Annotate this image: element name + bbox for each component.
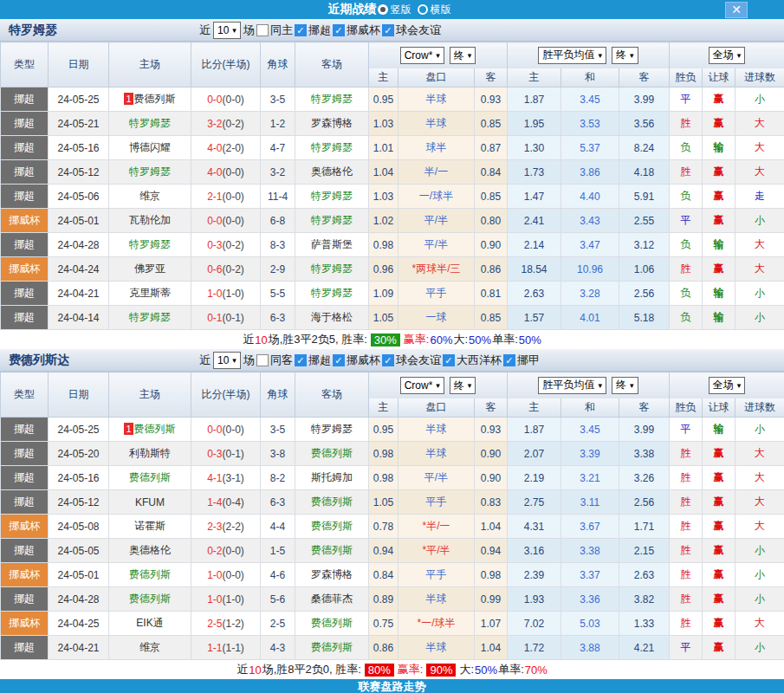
vertical-radio-label[interactable]: 竖版 [391, 3, 411, 17]
summary-segment: 80% [365, 664, 394, 677]
away-team-cell: 费德列斯 [295, 539, 369, 563]
league-filter-1-checkbox-icon[interactable]: ✓ [333, 354, 345, 366]
away-team-name: 特罗姆瑟 [311, 214, 353, 226]
league-filter-1[interactable]: ✓挪威杯 [331, 353, 380, 368]
halftime-score: (3-1) [223, 472, 244, 484]
score-cell: 1-1(1-1) [191, 636, 261, 660]
corner-cell: 5-6 [261, 587, 295, 612]
chevron-down-icon: ▾ [630, 381, 634, 390]
chevron-down-icon: ▾ [232, 356, 236, 365]
same-venue-filter-checkbox-icon[interactable] [256, 354, 269, 366]
league-filter-0-checkbox-icon[interactable]: ✓ [295, 24, 307, 36]
column-header-goals: 进球数 [735, 398, 784, 418]
fulltime-score: 1-0 [207, 288, 222, 300]
league-filter-3-checkbox-icon[interactable]: ✓ [443, 354, 455, 366]
type-cell: 挪威杯 [1, 563, 49, 587]
handicap-cell: 半/一 [398, 160, 475, 185]
league-filter-0[interactable]: ✓挪超 [293, 23, 331, 38]
final-select-euro[interactable]: 终▾ [612, 47, 638, 64]
score-cell: 2-5(1-2) [191, 612, 261, 636]
score-cell: 0-3(0-1) [191, 442, 261, 466]
fulltime-score: 4-1 [207, 472, 222, 484]
bookmaker-select[interactable]: Crow*▾ [400, 377, 444, 394]
match-count-select[interactable]: 10▾ [213, 352, 241, 369]
type-cell: 挪超 [1, 282, 49, 306]
type-cell: 挪超 [1, 136, 49, 160]
league-filter-0-checkbox-icon[interactable]: ✓ [295, 354, 307, 366]
euro-home-odds: 3.16 [508, 539, 561, 563]
final-select-euro[interactable]: 终▾ [612, 377, 638, 394]
date-cell: 24-05-01 [49, 209, 109, 233]
corner-cell: 3-5 [261, 87, 295, 112]
close-button[interactable]: ✕ [725, 2, 748, 18]
final-select-asian[interactable]: 终▾ [450, 377, 476, 394]
scope-select[interactable]: 全场▾ [709, 47, 746, 64]
avg-odds-select[interactable]: 胜平负均值▾ [538, 47, 606, 64]
score-cell: 1-0(1-0) [191, 587, 261, 612]
match-count-select[interactable]: 10▾ [213, 22, 241, 39]
league-filter-2-checkbox-icon[interactable]: ✓ [382, 24, 394, 36]
league-filter-2[interactable]: ✓球会友谊 [380, 23, 441, 38]
horizontal-radio-icon[interactable] [418, 4, 428, 15]
result-cell: 胜 [670, 257, 703, 282]
same-venue-filter[interactable]: 同客 [255, 353, 293, 368]
asian-home-odds: 0.86 [369, 636, 398, 660]
avg-odds-select[interactable]: 胜平负均值▾ [538, 377, 606, 394]
halftime-score: (0-1) [223, 448, 244, 460]
column-header-euro_home: 主 [508, 68, 561, 87]
corner-cell: 6-3 [261, 490, 295, 515]
score-cell: 0-3(0-2) [191, 233, 261, 257]
league-filter-2[interactable]: ✓球会友谊 [380, 353, 441, 368]
home-team-cell: 特罗姆瑟 [109, 233, 191, 257]
final-select-asian[interactable]: 终▾ [450, 47, 476, 64]
euro-draw-odds: 3.38 [561, 539, 619, 563]
home-team-name: 奥德格伦 [129, 544, 171, 556]
summary-segment: 50% [469, 334, 491, 346]
league-filter-0[interactable]: ✓挪超 [293, 353, 331, 368]
result-cell: 胜 [670, 563, 703, 587]
match-row: 挪超24-05-12KFUM1-4(0-4)6-3费德列斯1.05平手0.832… [1, 490, 784, 515]
league-filter-1[interactable]: ✓挪威杯 [331, 23, 380, 38]
match-row: 挪超24-05-251费德列斯0-0(0-0)3-5特罗姆瑟0.95半球0.93… [1, 87, 784, 112]
final-select-asian-value: 终 [454, 379, 464, 393]
league-filter-1-checkbox-icon[interactable]: ✓ [333, 24, 345, 36]
summary-segment: 30% [371, 334, 400, 346]
match-row: 挪威杯24-04-25EIK通2-5(1-2)2-5费德列斯0.75*一/球半1… [1, 612, 784, 636]
asian-home-odds: 0.75 [369, 612, 398, 636]
away-team-name: 费德列斯 [311, 495, 353, 508]
date-cell: 24-05-06 [49, 185, 109, 209]
league-filter-2-checkbox-icon[interactable]: ✓ [382, 354, 394, 366]
halftime-score: (0-0) [223, 545, 244, 557]
handicap-cell: *半/一 [398, 515, 475, 539]
league-filter-4-checkbox-icon[interactable]: ✓ [503, 354, 515, 366]
halftime-score: (0-0) [223, 569, 244, 581]
league-filter-4[interactable]: ✓挪甲 [502, 353, 540, 368]
column-header-away: 客场 [295, 372, 369, 418]
scope-select[interactable]: 全场▾ [709, 377, 746, 394]
same-venue-filter-checkbox-icon[interactable] [256, 24, 269, 36]
league-filter-3[interactable]: ✓大西洋杯 [441, 353, 502, 368]
euro-home-odds: 1.72 [508, 636, 561, 660]
scope-group-header: 全场▾ [670, 372, 784, 398]
league-filter-0-label: 挪超 [308, 353, 331, 368]
vertical-radio-icon[interactable] [378, 4, 388, 15]
horizontal-radio-label[interactable]: 横版 [431, 3, 451, 17]
fulltime-score: 1-0 [207, 593, 222, 606]
matches-table-0: 类型日期主场比分(半场)角球客场Crow*▾终▾胜平负均值▾终▾全场▾主盘口客主… [0, 42, 784, 330]
result-cell: 胜 [670, 490, 703, 515]
asian-home-odds: 1.03 [369, 185, 398, 209]
euro-draw-odds: 4.01 [561, 306, 619, 330]
euro-draw-odds: 3.88 [561, 636, 619, 660]
home-team-name: 特罗姆瑟 [129, 311, 171, 323]
column-header-handicap: 盘口 [398, 398, 475, 418]
league-filter-1-label: 挪威杯 [347, 353, 380, 368]
same-venue-filter[interactable]: 同主 [255, 23, 293, 38]
score-cell: 4-1(3-1) [191, 466, 261, 490]
home-team-name: 特罗姆瑟 [129, 165, 171, 178]
scope-select-value: 全场 [713, 48, 734, 62]
away-team-cell: 海于格松 [295, 306, 369, 330]
asian-home-odds: 1.05 [369, 306, 398, 330]
fulltime-score: 0-0 [207, 424, 222, 436]
bookmaker-select[interactable]: Crow*▾ [400, 47, 444, 64]
bookmaker-select-value: Crow* [405, 49, 433, 62]
